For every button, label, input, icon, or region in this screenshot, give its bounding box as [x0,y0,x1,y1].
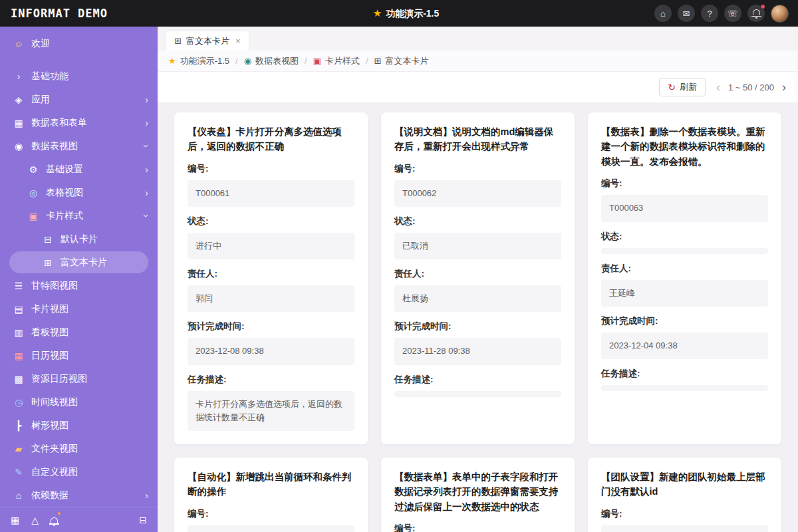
chevron-right-icon: › [145,164,148,174]
field-label: 预计完成时间: [394,321,561,332]
sidebar-item-resource-calendar-view[interactable]: ▩资源日历视图 [0,367,158,390]
card[interactable]: 【数据表】删除一个数据表模块。重新建一个新的数据表模块标识符和删除的模块一直。发… [587,112,782,445]
sidebar-item-default-card[interactable]: ⊟默认卡片 [0,227,158,251]
sidebar-item-custom-view[interactable]: ✎自定义视图 [0,460,158,483]
field-value: 郭闫 [188,285,354,312]
breadcrumb-item[interactable]: ▣卡片样式 [313,55,360,67]
folder-icon: ▰ [12,444,25,454]
alert-icon[interactable]: △ [31,515,39,525]
field-value: T000061 [188,180,354,207]
breadcrumb-separator: / [366,56,368,66]
rich-text-card-icon: ⊞ [174,36,182,46]
sidebar-item-label: 卡片样式 [46,210,145,222]
field-value: 卡片打开分离多选值选项后，返回的数据统计数量不正确 [188,391,354,431]
sidebar-item-kanban-view[interactable]: ▥看板视图 [0,321,158,344]
chevron-right-icon: › [145,118,148,128]
page-title-text: 功能演示-1.5 [386,8,439,19]
breadcrumb-item[interactable]: ★功能演示-1.5 [168,55,229,67]
card-title: 【自动化】新增跳出当前循环和条件判断的操作 [188,469,354,499]
prev-page-icon[interactable]: ‹ [716,81,720,93]
sidebar-item-calendar-view[interactable]: ▦日历视图 [0,344,158,367]
field-label: 责任人: [601,263,768,275]
sidebar-item-label: 数据表视图 [31,140,145,152]
breadcrumb-item[interactable]: ⊞富文本卡片 [374,55,429,67]
sidebar-item-gantt-view[interactable]: ☰甘特图视图 [0,274,158,297]
sidebar-item-basic-features[interactable]: ›基础功能 [0,65,158,88]
star-icon: ★ [373,7,382,19]
card[interactable]: 【数据表单】表单中的子表字段和打开数据记录列表打开的数据弹窗需要支持过滤后保留上… [380,457,575,532]
field-label: 编号: [394,523,561,532]
sidebar-item-label: 时间线视图 [31,396,148,408]
home-icon[interactable]: ⌂ [654,5,672,22]
topbar-right: ⌂✉?☏ [654,5,798,23]
toolbar: ↻ 刷新 ‹ 1 ~ 50 / 200 › [158,72,798,102]
card[interactable]: 【仪表盘】卡片打开分离多选值选项后，返回的数据不正确编号:T000061状态:进… [174,112,368,445]
card-style-icon: ▣ [313,57,321,65]
avatar[interactable] [771,5,789,23]
apps-grid-icon[interactable]: ▦ [11,515,19,525]
tab-bar: ⊞ 富文本卡片 × [158,27,798,51]
sidebar-item-folder-view[interactable]: ▰文件夹视图 [0,437,158,460]
field-label: 状态: [188,215,354,227]
breadcrumb-separator: / [305,56,307,66]
card[interactable]: 【自动化】新增跳出当前循环和条件判断的操作编号:T000064状态: [174,457,368,532]
sidebar: ☺欢迎›基础功能◈应用›▦数据表和表单›◉数据表视图›⚙基础设置›◎表格视图›▣… [0,27,158,532]
next-page-icon[interactable]: › [782,81,786,93]
sidebar-item-rich-text-card[interactable]: ⊞富文本卡片 [9,251,148,273]
card[interactable]: 【说明文档】说明文档的md编辑器保存后，重新打开会出现样式异常编号:T00006… [380,112,575,445]
field-label: 编号: [188,508,354,520]
sidebar-item-dependency-data[interactable]: ⌂依赖数据› [0,483,158,507]
rich-text-card-icon: ⊞ [41,258,55,267]
breadcrumb-separator: / [235,56,238,66]
support-icon[interactable]: ☏ [724,5,741,22]
sidebar-item-tree-view[interactable]: ┣树形视图 [0,414,158,437]
sidebar-item-tables-and-forms[interactable]: ▦数据表和表单› [0,111,158,134]
sidebar-item-label: 富文本卡片 [61,257,139,269]
sidebar-item-card-style[interactable]: ▣卡片样式› [0,204,158,227]
sidebar-item-label: 应用 [31,94,145,106]
grid-view-icon: ◎ [27,188,40,198]
sidebar-item-timeline-view[interactable]: ◷时间线视图 [0,390,158,414]
card-title: 【团队设置】新建的团队初始最上层部门没有默认id [601,469,768,499]
close-icon[interactable]: × [235,36,241,46]
chevron-right-icon: › [145,94,148,104]
sidebar-item-basic-settings[interactable]: ⚙基础设置› [0,158,158,181]
rich-text-card-icon: ⊞ [374,57,382,65]
notification-icon[interactable] [747,5,765,22]
help-icon[interactable]: ? [701,5,718,22]
sidebar-item-card-view[interactable]: ▤卡片视图 [0,297,158,321]
tree-icon: ┣ [12,421,25,430]
notification-badge [760,4,765,9]
tab-rich-text-card[interactable]: ⊞ 富文本卡片 × [166,31,249,51]
sidebar-menu: ☺欢迎›基础功能◈应用›▦数据表和表单›◉数据表视图›⚙基础设置›◎表格视图›▣… [0,27,158,507]
card-style-icon: ▣ [27,211,40,221]
sidebar-item-welcome[interactable]: ☺欢迎 [0,32,158,55]
card[interactable]: 【团队设置】新建的团队初始最上层部门没有默认id编号:T000066状态: [587,457,782,532]
sidebar-item-label: 表格视图 [46,187,145,199]
pagination: ‹ 1 ~ 50 / 200 › [716,81,786,93]
gantt-icon: ☰ [12,281,25,291]
field-value [601,385,768,391]
breadcrumb-item[interactable]: ◉数据表视图 [244,55,299,67]
sidebar-item-apps[interactable]: ◈应用› [0,88,158,111]
sidebar-item-grid-view[interactable]: ◎表格视图› [0,181,158,204]
chevron-right-icon: › [12,72,25,81]
sidebar-item-label: 树形视图 [31,420,148,432]
chevron-right-icon: › [145,188,148,198]
field-value: T000066 [601,525,768,532]
refresh-button[interactable]: ↻ 刷新 [659,78,706,96]
sidebar-item-label: 欢迎 [31,38,148,50]
card-view-icon: ▤ [12,305,25,314]
field-value: 王延峰 [601,280,768,307]
sidebar-item-table-views[interactable]: ◉数据表视图› [0,134,158,158]
field-value: 2023-11-28 09:38 [394,338,561,364]
field-label: 状态: [394,215,561,227]
sidebar-item-label: 日历视图 [31,350,148,362]
sidebar-item-label: 文件夹视图 [31,443,148,455]
field-value: 杜展扬 [394,285,561,312]
main-area: ⊞ 富文本卡片 × ★功能演示-1.5/◉数据表视图/▣卡片样式/⊞富文本卡片 … [158,27,798,532]
bell-icon[interactable] [51,515,58,525]
message-icon[interactable]: ✉ [678,5,695,22]
field-label: 编号: [601,508,768,520]
collapse-icon[interactable]: ⊟ [139,515,147,525]
